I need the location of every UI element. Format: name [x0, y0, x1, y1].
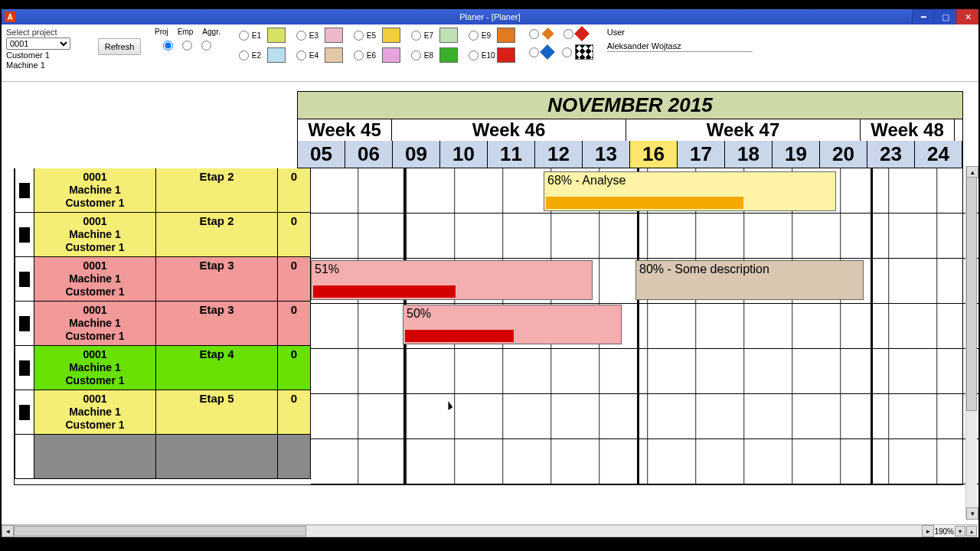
grid-cell[interactable]	[407, 439, 455, 484]
scroll-left-icon[interactable]: ◂	[2, 525, 14, 537]
grid-cell[interactable]	[503, 349, 551, 393]
vertical-scrollbar[interactable]: ▴ ▾	[965, 166, 977, 520]
row-handle[interactable]	[15, 390, 34, 435]
grid-cell[interactable]	[648, 214, 696, 258]
grid-cell[interactable]	[503, 214, 551, 258]
grid-cell[interactable]	[551, 394, 599, 439]
diamond-2-radio[interactable]	[529, 47, 539, 57]
grid-cell[interactable]	[648, 349, 696, 393]
grid-cell[interactable]	[841, 214, 889, 258]
grid-cell[interactable]	[889, 349, 937, 393]
row-handle[interactable]	[15, 346, 34, 390]
minimize-button[interactable]: ━	[912, 9, 934, 24]
diamond-3-radio[interactable]	[564, 29, 573, 39]
grid-cell[interactable]	[792, 394, 841, 439]
grid-cell[interactable]	[358, 349, 407, 393]
grid-cell[interactable]	[503, 439, 551, 484]
grid-cell[interactable]	[744, 439, 792, 484]
legend-E2-radio[interactable]	[239, 51, 249, 60]
mode-emp-radio[interactable]	[182, 41, 192, 51]
grid-cell[interactable]	[358, 394, 407, 439]
grid-cell[interactable]	[841, 349, 889, 393]
grid-cell[interactable]	[455, 214, 503, 258]
grid-cell[interactable]	[407, 214, 455, 258]
grid-cell[interactable]	[696, 214, 744, 258]
grid-cell[interactable]	[889, 439, 937, 484]
grid-cell[interactable]	[407, 394, 455, 439]
grid-cell[interactable]	[311, 168, 358, 213]
refresh-button[interactable]: Refresh	[98, 38, 141, 55]
grid-cell[interactable]	[311, 304, 358, 348]
grid-cell[interactable]	[744, 394, 792, 439]
grid-cell[interactable]	[792, 214, 841, 258]
grid-cell[interactable]	[455, 168, 503, 213]
row-handle[interactable]	[15, 257, 34, 302]
legend-E10-radio[interactable]	[469, 51, 479, 60]
legend-E5-radio[interactable]	[354, 31, 364, 41]
grid-cell[interactable]	[744, 349, 792, 393]
legend-E3-radio[interactable]	[296, 31, 306, 41]
grid-cell[interactable]	[792, 349, 841, 393]
grid-cell[interactable]	[648, 304, 696, 348]
grid-cell[interactable]	[551, 439, 599, 484]
grid-cell[interactable]	[311, 439, 358, 484]
grid-cell[interactable]	[407, 349, 455, 393]
legend-E7-radio[interactable]	[411, 31, 421, 41]
grid-cell[interactable]	[455, 394, 503, 439]
diamond-1-radio[interactable]	[529, 29, 539, 39]
grid-cell[interactable]	[841, 168, 889, 213]
gantt-bar[interactable]: 80% - Some description	[635, 260, 864, 300]
grid-cell[interactable]	[648, 394, 696, 439]
grid-cell[interactable]	[551, 214, 599, 258]
legend-E1-radio[interactable]	[239, 31, 249, 41]
grid-cell[interactable]	[407, 168, 455, 213]
zoom-in-button[interactable]: ▴	[966, 526, 977, 536]
grid-cell[interactable]	[841, 439, 889, 484]
grid-cell[interactable]	[599, 349, 648, 393]
grid-cell[interactable]	[696, 304, 744, 348]
grid-cell[interactable]	[889, 214, 937, 258]
grid-cell[interactable]	[599, 214, 648, 258]
grid-cell[interactable]	[744, 304, 792, 348]
legend-E6-radio[interactable]	[354, 51, 364, 60]
maximize-button[interactable]: ▢	[934, 9, 956, 24]
scroll-right-icon[interactable]: ▸	[922, 525, 934, 537]
grid-cell[interactable]	[599, 394, 648, 439]
row-handle[interactable]	[15, 213, 34, 257]
grid-cell[interactable]	[889, 304, 937, 348]
grid-cell[interactable]	[311, 394, 358, 439]
grid-cell[interactable]	[889, 394, 937, 439]
gantt-bar[interactable]: 51%	[311, 260, 593, 300]
grid-cell[interactable]	[792, 439, 841, 484]
mode-aggr-radio[interactable]	[201, 41, 211, 51]
mode-proj-radio[interactable]	[163, 41, 173, 51]
grid-cell[interactable]	[696, 394, 744, 439]
grid-cell[interactable]	[696, 349, 744, 393]
grid-cell[interactable]	[311, 349, 358, 393]
grid-cell[interactable]	[744, 214, 792, 258]
diamond-4-radio[interactable]	[562, 47, 572, 57]
grid-cell[interactable]	[648, 439, 696, 484]
scroll-down-icon[interactable]: ▾	[966, 507, 978, 520]
row-handle[interactable]	[15, 302, 34, 346]
legend-E4-radio[interactable]	[296, 51, 306, 60]
grid-cell[interactable]	[792, 304, 841, 348]
row-handle[interactable]	[15, 168, 34, 213]
grid-cell[interactable]	[503, 394, 551, 439]
grid-cell[interactable]	[358, 439, 407, 484]
grid-cell[interactable]	[455, 439, 503, 484]
grid-cell[interactable]	[889, 168, 937, 213]
legend-E8-radio[interactable]	[411, 51, 421, 60]
grid-cell[interactable]	[311, 214, 358, 258]
grid-cell[interactable]	[551, 349, 599, 393]
grid-cell[interactable]	[455, 349, 503, 393]
grid-cell[interactable]	[358, 304, 407, 348]
grid-cell[interactable]	[358, 168, 407, 213]
gantt-bar[interactable]: 50%	[403, 305, 622, 344]
gantt-bar[interactable]: 68% - Analyse	[544, 171, 836, 211]
legend-E9-radio[interactable]	[469, 31, 479, 41]
project-select[interactable]: 0001	[6, 37, 70, 50]
grid-cell[interactable]	[841, 394, 889, 439]
grid-cell[interactable]	[358, 214, 407, 258]
horizontal-scrollbar[interactable]: ◂ ▸	[2, 526, 934, 536]
